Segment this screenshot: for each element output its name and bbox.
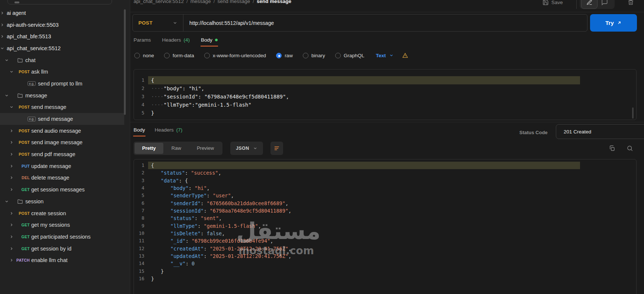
radio-unselected[interactable] bbox=[134, 53, 140, 58]
token-k: "updatedAt" bbox=[170, 253, 204, 259]
sidebar-item-label: create session bbox=[31, 210, 66, 216]
body-mode-graphql[interactable]: GraphQL bbox=[335, 53, 365, 58]
breadcrumb-separator: / bbox=[250, 0, 257, 4]
radio-unselected[interactable] bbox=[164, 53, 170, 58]
current-line-highlight bbox=[148, 76, 580, 84]
chevron-right-icon[interactable] bbox=[0, 23, 4, 27]
request-tabs: ParamsHeaders(4)Body bbox=[134, 37, 218, 45]
method-badge: POST bbox=[2, 140, 30, 145]
radio-unselected[interactable] bbox=[335, 53, 341, 58]
token-k: "createdAt" bbox=[170, 246, 204, 252]
sidebar-item-ai-agent[interactable]: ai agent bbox=[0, 7, 130, 19]
chevron-down-icon[interactable] bbox=[173, 20, 177, 25]
radio-selected[interactable] bbox=[276, 53, 282, 58]
method-badge: POST bbox=[2, 152, 30, 156]
try-button[interactable]: Try bbox=[590, 14, 637, 32]
comment-button[interactable] bbox=[601, 0, 608, 9]
sidebar-search-input[interactable] bbox=[7, 0, 112, 4]
chevron-right-icon[interactable] bbox=[0, 11, 4, 15]
response-body-editor[interactable]: 1{2"status": "success",3"data": {4"body"… bbox=[134, 159, 637, 294]
sidebar-item-message[interactable]: message bbox=[0, 90, 130, 101]
sidebar-item-enable-llm-chat[interactable]: PATCHenable llm chat bbox=[0, 254, 130, 266]
delete-button[interactable] bbox=[628, 0, 634, 9]
chevron-right-icon[interactable] bbox=[0, 34, 4, 39]
sidebar-item-create-session[interactable]: POSTcreate session bbox=[0, 207, 130, 219]
token-k: "senderId" bbox=[170, 200, 201, 206]
sidebar-item-get-session-messages[interactable]: GETget session messages bbox=[0, 184, 130, 196]
request-body-editor[interactable]: 1{2····"body": "hi",3····"sessionId": "6… bbox=[134, 69, 637, 120]
sidebar-item-api-chat-bfe-5513[interactable]: api_chat_bfe:5513 bbox=[0, 30, 130, 42]
sidebar-item-send-pdf-message[interactable]: POSTsend pdf message bbox=[0, 148, 130, 160]
copy-button[interactable] bbox=[609, 145, 615, 152]
token-p: : bbox=[198, 223, 204, 229]
view-mode-pretty[interactable]: Pretty bbox=[135, 143, 163, 154]
arrow-up-right-icon bbox=[617, 20, 622, 25]
status-code-label: Status Code bbox=[519, 130, 548, 135]
body-mode-form-data[interactable]: form-data bbox=[164, 53, 194, 58]
radio-unselected[interactable] bbox=[204, 53, 210, 58]
body-mode-x-www-form-urlencoded[interactable]: x-www-form-urlencoded bbox=[204, 53, 266, 58]
token-p: : bbox=[186, 238, 192, 244]
breadcrumb-segment[interactable]: message bbox=[190, 0, 211, 4]
sidebar-item-get-participated-sessions[interactable]: GETget participated sessions bbox=[0, 231, 130, 243]
sidebar-item-get-session-by-id[interactable]: GETget session by id bbox=[0, 243, 130, 255]
sidebar-item-label: delete message bbox=[31, 175, 69, 181]
token-p: : bbox=[186, 261, 192, 266]
radio-unselected[interactable] bbox=[303, 53, 308, 58]
view-mode-preview[interactable]: Preview bbox=[189, 143, 221, 154]
sidebar-item-send-image-message[interactable]: POSTsend image message bbox=[0, 137, 130, 149]
chevron-down-icon[interactable] bbox=[0, 46, 4, 51]
save-button[interactable]: Save bbox=[542, 0, 563, 9]
token-k: "__v" bbox=[170, 261, 186, 266]
body-mode-binary[interactable]: binary bbox=[303, 53, 325, 58]
code-text: { bbox=[151, 76, 154, 84]
method-select[interactable]: POST bbox=[138, 20, 153, 26]
search-button[interactable] bbox=[627, 145, 633, 152]
url-input[interactable]: http://localhost:5512/api/v1/message bbox=[189, 20, 274, 26]
current-line-highlight bbox=[148, 162, 580, 169]
view-mode-raw[interactable]: Raw bbox=[164, 143, 189, 154]
raw-type-select[interactable]: Text bbox=[376, 53, 394, 58]
token-p: : bbox=[204, 208, 209, 214]
sidebar-item-send-audio-message[interactable]: POSTsend audio message bbox=[0, 125, 130, 137]
sidebar-item-label: send message bbox=[38, 116, 73, 122]
sidebar-item-label: api_chat_bfe:5513 bbox=[7, 33, 51, 39]
code-line-9: 9"llmType": "gemini-1.5-flash", bbox=[134, 222, 636, 230]
sidebar-item-label: send image message bbox=[31, 139, 83, 145]
sidebar-scrollbar[interactable] bbox=[124, 9, 126, 115]
sidebar-item-session[interactable]: session bbox=[0, 196, 130, 207]
response-tab-body[interactable]: Body bbox=[134, 127, 145, 135]
code-line-4: 4"body": "hi", bbox=[134, 184, 636, 192]
sidebar-item-send-message[interactable]: POSTsend message bbox=[0, 101, 130, 113]
response-format-select[interactable]: JSON bbox=[230, 142, 263, 155]
breadcrumb-segment[interactable]: send message bbox=[217, 0, 250, 4]
tab-label: Headers bbox=[155, 127, 174, 133]
body-mode-raw[interactable]: raw bbox=[276, 53, 293, 58]
sidebar-item-delete-message[interactable]: DELdelete message bbox=[0, 172, 130, 184]
token-plain: { bbox=[151, 77, 154, 83]
breadcrumb-segment[interactable]: api_chat_service:5512 bbox=[134, 0, 184, 4]
sidebar-item-send-prompt-to-llm[interactable]: e.g.send prompt to llm bbox=[0, 78, 130, 90]
sidebar-item-api-auth-service-5503[interactable]: api-auth-service:5503 bbox=[0, 19, 130, 31]
body-mode-none[interactable]: none bbox=[134, 53, 154, 58]
sidebar-item-update-message[interactable]: PUTupdate message bbox=[0, 160, 130, 172]
sidebar-item-send-message[interactable]: e.g.send message bbox=[0, 113, 124, 125]
sidebar-item-ask-llm[interactable]: POSTask llm bbox=[0, 66, 130, 78]
sidebar-item-get-my-sessions[interactable]: GETget my sessions bbox=[0, 219, 130, 231]
request-tab-headers[interactable]: Headers(4) bbox=[162, 37, 190, 45]
request-tab-body[interactable]: Body bbox=[201, 37, 218, 45]
wrap-lines-button[interactable] bbox=[270, 142, 283, 155]
edit-button[interactable] bbox=[581, 0, 597, 9]
code-line-10: 10"isDelete": false, bbox=[134, 230, 636, 237]
line-number: 6 bbox=[134, 200, 144, 207]
sidebar-item-chat[interactable]: chat bbox=[0, 54, 130, 66]
chevron-down-icon[interactable] bbox=[4, 58, 9, 62]
request-tab-params[interactable]: Params bbox=[134, 37, 151, 45]
chevron-down-icon[interactable] bbox=[4, 199, 9, 204]
token-p: : bbox=[185, 170, 191, 176]
response-tab-headers[interactable]: Headers(7) bbox=[155, 127, 183, 135]
line-number: 4 bbox=[134, 184, 144, 192]
chevron-down-icon[interactable] bbox=[4, 93, 9, 98]
sidebar-item-api-chat-service-5512[interactable]: api_chat_service:5512 bbox=[0, 42, 130, 54]
status-code-select[interactable]: 201 Created bbox=[556, 124, 644, 139]
